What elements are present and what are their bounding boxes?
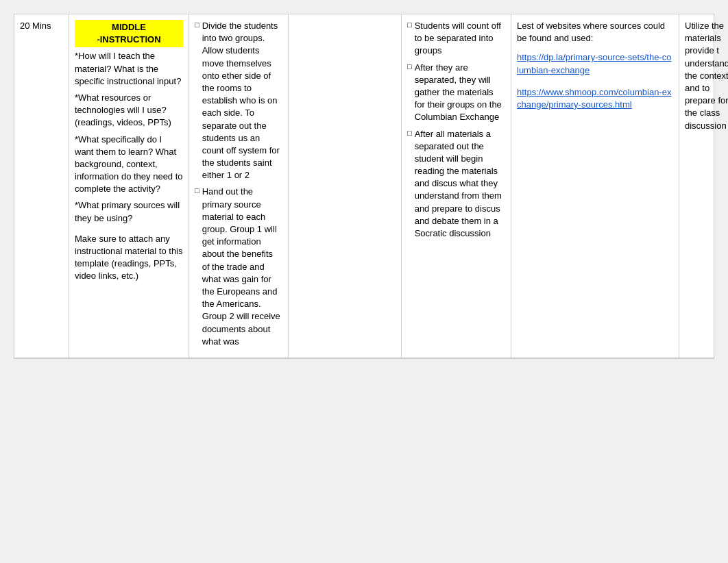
- instruction-label: MIDDLE-INSTRUCTION: [75, 20, 183, 47]
- student-bullet-icon-2: □: [407, 62, 412, 72]
- time-cell: 20 Mins: [14, 14, 69, 358]
- bullet-icon-1: □: [195, 20, 199, 30]
- teacher-notes-text: Utilize the materials provide t understa…: [685, 21, 728, 131]
- table-row: 20 Mins MIDDLE-INSTRUCTION *How will I t…: [14, 14, 714, 358]
- bullet-text-2: Hand out the primary source material to …: [202, 186, 282, 347]
- student-bullet-icon-1: □: [407, 20, 412, 30]
- instruction-cell: MIDDLE-INSTRUCTION *How will I teach the…: [69, 14, 189, 358]
- bullet-1: □ Divide the students into two groups. A…: [195, 20, 282, 182]
- student-bullet-text-1: Students will count off to be separated …: [415, 20, 505, 58]
- resource-link-2[interactable]: https://www.shmoop.com/columbian-exchang…: [517, 87, 671, 110]
- instruction-q1: *How will I teach the material? What is …: [75, 50, 183, 88]
- student-bullet-icon-3: □: [407, 128, 412, 138]
- lesson-table: 20 Mins MIDDLE-INSTRUCTION *How will I t…: [14, 14, 714, 359]
- instruction-q2: *What resources or technologies will I u…: [75, 92, 183, 129]
- bullet-2: □ Hand out the primary source material t…: [195, 186, 282, 347]
- instruction-q3: *What specifically do I want them to lea…: [75, 134, 183, 196]
- resource-link-1[interactable]: https://dp.la/primary-source-sets/the-co…: [517, 52, 671, 75]
- bullet-icon-2: □: [195, 186, 199, 196]
- teacher-actions-cell: □ Divide the students into two groups. A…: [189, 14, 289, 358]
- student-bullet-text-3: After all materials a separated out the …: [415, 128, 505, 240]
- student-bullet-1: □ Students will count off to be separate…: [407, 20, 505, 58]
- bullet-text-1: Divide the students into two groups. All…: [202, 20, 282, 182]
- resources-cell: Lest of websites where sources could be …: [511, 14, 679, 358]
- student-bullet-2: □ After they are separated, they will ga…: [407, 62, 505, 124]
- student-bullet-3: □ After all materials a separated out th…: [407, 128, 505, 240]
- instruction-q4: *What primary sources will they be using…: [75, 199, 183, 224]
- teacher-notes-cell: Utilize the materials provide t understa…: [679, 14, 728, 358]
- instruction-note: Make sure to attach any instructional ma…: [75, 233, 183, 283]
- student-bullet-text-2: After they are separated, they will gath…: [415, 62, 505, 124]
- resources-intro: Lest of websites where sources could be …: [517, 20, 673, 45]
- time-value: 20 Mins: [20, 21, 51, 31]
- student-actions-cell: □ Students will count off to be separate…: [402, 14, 511, 358]
- col4-cell: [289, 14, 402, 358]
